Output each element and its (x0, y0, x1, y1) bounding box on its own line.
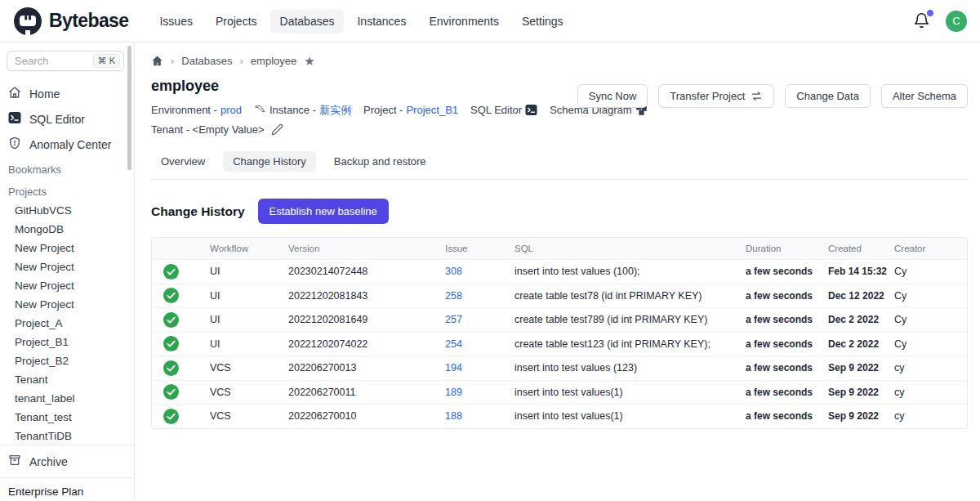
sidebar-project-item[interactable]: New Project (0, 276, 134, 295)
nav-item[interactable]: Environments (419, 9, 509, 34)
cell-workflow: VCS (210, 410, 288, 422)
transfer-arrows-icon (751, 90, 763, 102)
issue-link[interactable]: 258 (445, 290, 514, 302)
transfer-project-button[interactable]: Transfer Project (658, 84, 774, 108)
column-issue: Issue (445, 244, 514, 253)
search-shortcut-badge: ⌘ K (93, 54, 120, 68)
sidebar: Search ⌘ K Home SQL Editor (0, 42, 135, 501)
cell-sql: create table test789 (id int PRIMARY KEY… (514, 314, 746, 325)
table-header-row: Workflow Version Issue SQL Duration Crea… (152, 238, 967, 259)
cell-created: Sep 9 2022 (828, 387, 894, 398)
alter-schema-button[interactable]: Alter Schema (881, 84, 968, 108)
terminal-icon (525, 104, 537, 116)
cell-workflow: UI (210, 314, 288, 325)
issue-link[interactable]: 194 (445, 362, 514, 374)
home-icon (8, 86, 21, 101)
sidebar-project-item[interactable]: Project_A (0, 314, 134, 333)
establish-baseline-button[interactable]: Establish new baseline (258, 199, 389, 224)
cell-version: 20221202081843 (288, 290, 445, 302)
breadcrumb-database[interactable]: employee (251, 55, 296, 67)
cell-workflow: UI (210, 290, 288, 302)
sidebar-item-archive[interactable]: Archive (0, 449, 133, 474)
shield-icon (8, 136, 21, 152)
project-link[interactable]: Project_B1 (406, 101, 458, 119)
bell-icon (913, 18, 930, 32)
column-version: Version (288, 244, 445, 253)
breadcrumb-databases[interactable]: Databases (181, 55, 232, 67)
sync-now-button[interactable]: Sync Now (577, 84, 648, 108)
environment-link[interactable]: prod (220, 101, 242, 119)
column-workflow: Workflow (210, 244, 288, 253)
project-label: Project - (363, 101, 403, 119)
tab[interactable]: Change History (223, 151, 316, 172)
sidebar-project-item[interactable]: Tenant (0, 370, 134, 389)
table-row[interactable]: UI 20221202074022 254 create table test1… (152, 332, 967, 356)
sidebar-project-item[interactable]: New Project (0, 239, 134, 257)
search-input[interactable]: Search ⌘ K (7, 51, 124, 71)
sql-editor-link[interactable]: SQL Editor (470, 101, 537, 119)
tab[interactable]: Overview (151, 151, 215, 172)
sidebar-project-item[interactable]: New Project (0, 257, 134, 276)
search-placeholder: Search (15, 55, 48, 67)
issue-link[interactable]: 257 (445, 314, 514, 325)
issue-link[interactable]: 188 (445, 410, 514, 422)
table-row[interactable]: VCS 202206270011 189 insert into test va… (152, 380, 967, 405)
success-check-icon (163, 264, 179, 280)
brand-name: Bytebase (49, 10, 128, 32)
nav-item[interactable]: Instances (347, 9, 416, 34)
bookmark-star-icon[interactable]: ★ (304, 55, 314, 67)
sidebar-item-sql-editor[interactable]: SQL Editor (0, 106, 134, 132)
alter-schema-label: Alter Schema (893, 90, 956, 102)
success-check-icon (163, 288, 179, 303)
sidebar-project-item[interactable]: Project_B2 (0, 351, 134, 370)
cell-duration: a few seconds (746, 290, 828, 302)
issue-link[interactable]: 189 (445, 387, 514, 398)
notifications-button[interactable] (913, 12, 931, 30)
projects-section-label: Projects (0, 179, 134, 201)
home-breadcrumb-icon[interactable] (151, 55, 163, 67)
table-row[interactable]: UI 20221202081649 257 create table test7… (152, 307, 967, 332)
cell-created: Dec 2 2022 (828, 314, 894, 325)
avatar[interactable]: C (946, 11, 967, 32)
sidebar-item-label: SQL Editor (29, 113, 85, 126)
nav-item[interactable]: Settings (512, 9, 573, 34)
nav-item[interactable]: Databases (270, 9, 345, 34)
issue-link[interactable]: 254 (445, 338, 514, 350)
table-row[interactable]: VCS 202206270010 188 insert into test va… (152, 404, 967, 428)
nav-item[interactable]: Projects (206, 9, 267, 34)
sidebar-project-item[interactable]: tenant_label (0, 389, 134, 408)
sidebar-scrollbar[interactable] (127, 46, 131, 170)
cell-sql: insert into test values(1) (514, 410, 746, 422)
cell-version: 20221202081649 (288, 314, 445, 325)
cell-sql: create table test123 (id int PRIMARY KEY… (514, 338, 746, 350)
sidebar-item-home[interactable]: Home (0, 81, 134, 106)
sidebar-item-anomaly-center[interactable]: Anomaly Center (0, 132, 134, 157)
table-row[interactable]: UI 20221202081843 258 create table test7… (152, 284, 967, 308)
sidebar-project-item[interactable]: MongoDB (0, 220, 134, 239)
sidebar-project-item[interactable]: GitHubVCS (0, 201, 134, 220)
nav-item[interactable]: Issues (149, 9, 202, 34)
sidebar-project-item[interactable]: New Project (0, 295, 134, 314)
table-row[interactable]: UI 20230214072448 308 insert into test v… (152, 259, 967, 284)
issue-link[interactable]: 308 (445, 266, 514, 277)
sync-now-label: Sync Now (589, 90, 637, 102)
bytebase-logo[interactable]: Bytebase (13, 7, 128, 36)
success-check-icon (163, 336, 179, 351)
cell-duration: a few seconds (746, 410, 828, 422)
cell-created: Dec 2 2022 (828, 338, 894, 350)
cell-sql: insert into test values(1) (514, 387, 746, 398)
column-duration: Duration (746, 244, 828, 253)
tab[interactable]: Backup and restore (324, 151, 436, 172)
cell-creator: Cy (894, 338, 967, 350)
sidebar-project-item[interactable]: Project_B1 (0, 333, 134, 351)
transfer-project-label: Transfer Project (670, 90, 745, 102)
sidebar-project-item[interactable]: Tenant_test (0, 408, 134, 427)
terminal-icon (8, 111, 21, 127)
table-row[interactable]: VCS 202206270013 194 insert into test va… (152, 356, 967, 380)
change-data-button[interactable]: Change Data (785, 84, 871, 108)
edit-pencil-icon[interactable] (271, 123, 283, 136)
main-nav: Issues Projects Databases Instances Envi… (149, 9, 572, 34)
instance-link[interactable]: 新实例 (319, 101, 351, 119)
cell-duration: a few seconds (746, 266, 828, 277)
success-check-icon (163, 312, 179, 328)
